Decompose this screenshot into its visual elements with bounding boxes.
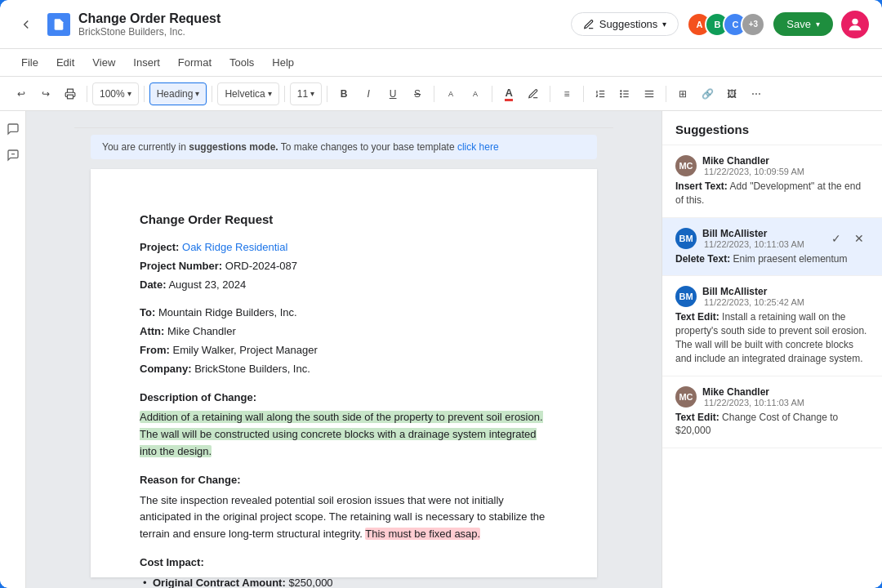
suggestions-chevron-icon: ▾ [662,20,666,29]
left-sidebar [0,111,26,588]
doc-subtitle: BrickStone Builders, Inc. [78,26,563,38]
menu-help[interactable]: Help [264,53,302,72]
toolbar: ↩ ↪ 100% ▾ Heading ▾ Helvetica ▾ 11 ▾ B … [0,77,882,111]
project-number-label: Project Number: [140,260,222,272]
italic-button[interactable]: I [357,82,380,105]
suggestion-type-2: Delete Text: [675,253,730,265]
company-label: Company: [140,363,192,375]
suggestion-time-4: 11/22/2023, 10:11:03 AM [704,398,804,408]
doc-title: Change Order Request [78,11,563,26]
suggestion-time-1: 11/22/2023, 10:09:59 AM [704,167,804,176]
strikethrough-button[interactable]: S [406,82,429,105]
banner-text: You are currently in suggestions mode. T… [102,141,499,153]
heading-select[interactable]: Heading ▾ [149,82,207,105]
svg-rect-1 [68,95,74,99]
image-button[interactable]: 🖼 [720,82,743,105]
heading-chevron-icon: ▾ [195,89,199,98]
reason-text: The site inspection revealed potential s… [140,492,548,543]
suggestion-user-info-1: Mike Chandler 11/22/2023, 10:09:59 AM [702,155,804,176]
toolbar-divider-1 [87,86,87,102]
comment-icon[interactable] [3,119,23,139]
link-button[interactable]: 🔗 [696,82,719,105]
desc-text: Addition of a retaining wall along the s… [140,409,548,460]
unordered-list-button[interactable] [613,82,636,105]
menu-edit[interactable]: Edit [48,53,82,72]
save-label: Save [786,18,811,30]
more-button[interactable]: ⋯ [745,82,768,105]
menu-tools[interactable]: Tools [221,53,262,72]
reject-suggestion-button[interactable]: ✕ [849,229,869,248]
table-button[interactable]: ⊞ [671,82,694,105]
from-label: From: [140,344,170,356]
field-company: Company: BrickStone Builders, Inc. [140,361,548,378]
menu-view[interactable]: View [84,53,123,72]
doc-page: Change Order Request Project: Oak Ridge … [91,169,597,577]
suggestion-text-2: Delete Text: Enim praesent elementum [675,252,869,266]
font-chevron-icon: ▾ [268,89,272,98]
cost-item-1: Original Contract Amount: $250,000 [153,575,548,588]
field-project: Project: Oak Ridge Residential [140,239,548,256]
history-icon[interactable] [3,145,23,165]
menu-insert[interactable]: Insert [125,53,168,72]
underline-button[interactable]: U [381,82,404,105]
zoom-select[interactable]: 100% ▾ [92,82,139,105]
undo-button[interactable]: ↩ [10,82,33,105]
suggestion-avatar-4: MC [675,386,697,408]
attn-value: Mike Chandler [167,325,236,337]
suggestion-user-2: BM Bill McAllister 11/22/2023, 10:11:03 … [675,228,820,249]
font-select[interactable]: Helvetica ▾ [217,82,278,105]
accept-suggestion-button[interactable]: ✓ [826,229,846,248]
suggestions-btn-label: Suggestions [599,18,658,30]
subscript-button[interactable]: A [464,82,487,105]
ruler: -1 1 2 3 4 5 6 [74,127,613,128]
suggestion-card-2-header: BM Bill McAllister 11/22/2023, 10:11:03 … [675,228,869,249]
cost-label-1: Original Contract Amount: [153,577,286,588]
suggestion-name-4: Mike Chandler [702,386,804,398]
desc-heading: Description of Change: [140,390,548,407]
banner-link[interactable]: click here [457,141,499,153]
menu-format[interactable]: Format [170,53,220,72]
doc-area: -1 1 2 3 4 5 6 [26,111,662,588]
suggestion-avatar-1: MC [675,155,697,176]
fontsize-label: 11 [297,88,308,100]
heading-label: Heading [157,88,194,100]
cost-value-1: $250,000 [288,577,332,588]
reason-body: The site inspection revealed potential s… [140,494,545,541]
collaborators-avatars: A B C +3 [687,12,765,37]
suggestion-card-3: BM Bill McAllister 11/22/2023, 10:25:42 … [662,276,882,376]
toolbar-divider-9 [583,86,584,102]
align-button[interactable]: ≡ [555,82,578,105]
list-indent-button[interactable] [638,82,661,105]
suggestion-user-info-2: Bill McAllister 11/22/2023, 10:11:03 AM [702,228,804,249]
fontsize-select[interactable]: 11 ▾ [290,82,322,105]
suggestions-banner: You are currently in suggestions mode. T… [91,135,597,159]
suggestion-avatar-2: BM [675,228,697,249]
suggestions-panel: Suggestions MC Mike Chandler 11/22/2023,… [662,111,882,588]
suggestion-card-4-header: MC Mike Chandler 11/22/2023, 10:11:03 AM [675,386,869,408]
top-bar: Change Order Request BrickStone Builders… [0,0,882,49]
toolbar-divider-7 [492,86,492,102]
ordered-list-button[interactable] [589,82,612,105]
suggestion-avatar-3: BM [675,286,697,307]
suggestion-name-2: Bill McAllister [702,228,804,239]
doc-heading: Change Order Request [140,210,548,229]
user-avatar[interactable] [841,11,869,38]
suggestions-mode-button[interactable]: Suggestions ▾ [571,12,679,36]
date-value: August 23, 2024 [168,278,246,291]
save-button[interactable]: Save ▾ [773,12,833,36]
suggestion-type-4: Text Edit: [675,412,719,423]
suggestion-user-4: MC Mike Chandler 11/22/2023, 10:11:03 AM [675,386,869,408]
attn-label: Attn: [140,325,164,337]
print-button[interactable] [59,82,82,105]
toolbar-divider-5 [327,86,327,102]
toolbar-divider-3 [212,86,212,102]
highlight-button[interactable] [522,82,545,105]
bold-button[interactable]: B [332,82,355,105]
company-value: BrickStone Builders, Inc. [194,363,310,375]
redo-button[interactable]: ↪ [34,82,57,105]
font-color-button[interactable]: A [497,82,520,105]
superscript-button[interactable]: A [439,82,462,105]
back-button[interactable] [13,11,39,38]
svg-point-10 [621,96,621,96]
menu-file[interactable]: File [13,53,47,72]
